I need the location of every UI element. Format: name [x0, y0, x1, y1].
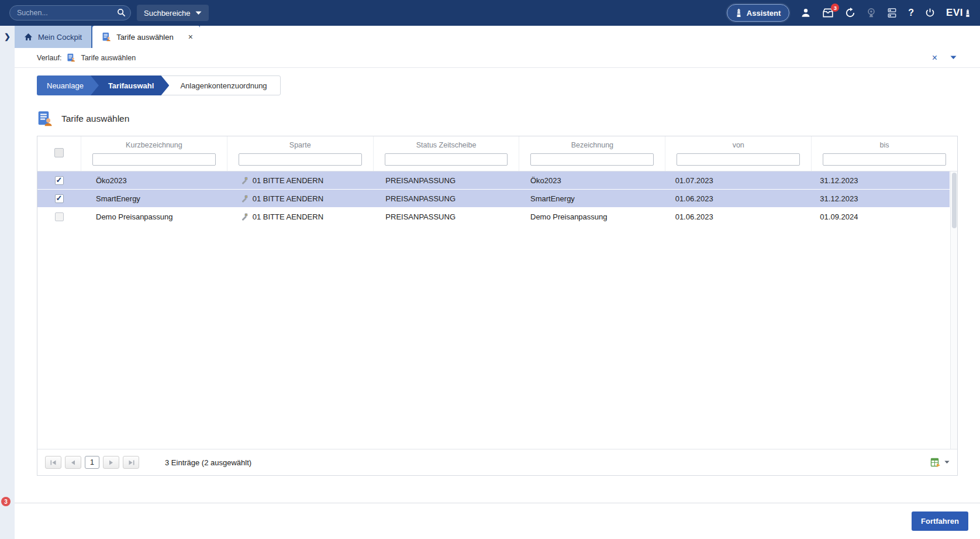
- filter-status-zeitscheibe-input[interactable]: [385, 153, 508, 166]
- table-body: Öko2023 01 BITTE AENDERN PREISANPASSUNG …: [37, 171, 957, 449]
- cell-kurzbezeichnung: SmartEnergy: [81, 194, 226, 203]
- notification-badge[interactable]: 3: [1, 497, 11, 506]
- logout-button[interactable]: [925, 8, 935, 18]
- search-scope-button[interactable]: Suchbereiche: [137, 5, 209, 21]
- table-row[interactable]: SmartEnergy 01 BITTE AENDERN PREISANPASS…: [37, 190, 950, 208]
- tab-tarife-auswaehlen[interactable]: Tarife auswählen ×: [92, 26, 200, 48]
- table-row[interactable]: Demo Preisanpassung 01 BITTE AENDERN PRE…: [37, 208, 950, 226]
- row-checkbox-cell: [37, 176, 81, 185]
- history-controls: ×: [932, 53, 957, 63]
- column-label[interactable]: bis: [812, 140, 957, 150]
- step-label: Neuanlage: [47, 81, 84, 90]
- webcam-button[interactable]: [867, 8, 876, 18]
- search-icon[interactable]: [117, 8, 126, 17]
- user-button[interactable]: [800, 8, 811, 18]
- history-label: Verlauf:: [37, 54, 61, 62]
- cell-von: 01.06.2023: [660, 212, 805, 221]
- top-bar-actions: Assistent 3: [727, 4, 971, 22]
- column-label[interactable]: von: [665, 140, 811, 150]
- entries-summary: 3 Einträge (2 ausgewählt): [165, 458, 251, 467]
- cell-bezeichnung: Öko2023: [515, 176, 660, 185]
- server-icon: [887, 8, 897, 18]
- column-label[interactable]: Status Zeitscheibe: [374, 140, 519, 150]
- history-current-item[interactable]: Tarife auswählen: [81, 54, 136, 62]
- table-row[interactable]: Öko2023 01 BITTE AENDERN PREISANPASSUNG …: [37, 171, 950, 190]
- assistant-label: Assistent: [747, 9, 781, 18]
- help-button[interactable]: ?: [908, 8, 914, 18]
- tab-close-icon[interactable]: ×: [188, 33, 193, 41]
- next-page-icon: [109, 460, 113, 465]
- search-input[interactable]: [9, 5, 131, 20]
- redo-button[interactable]: [845, 8, 855, 18]
- cell-bis: 31.12.2023: [805, 176, 950, 185]
- filter-bis-input[interactable]: [823, 153, 946, 166]
- main-area: ❯ 3 Mein Cockpit: [0, 26, 980, 539]
- column-label[interactable]: Bezeichnung: [519, 140, 665, 150]
- filter-bezeichnung-input[interactable]: [530, 153, 654, 166]
- last-page-icon: [128, 460, 134, 465]
- column-label[interactable]: Sparte: [227, 140, 373, 150]
- step-label: Anlagenkontenzuordnung: [180, 81, 267, 90]
- table-header: Kurzbezeichnung Sparte Status Zeitscheib…: [37, 136, 957, 171]
- row-checkbox[interactable]: [55, 176, 64, 185]
- continue-button[interactable]: Fortfahren: [912, 511, 968, 531]
- page-title: Tarife auswählen: [61, 114, 129, 124]
- row-checkbox[interactable]: [55, 212, 64, 221]
- home-icon: [24, 33, 33, 41]
- wizard-step-neuanlage[interactable]: Neuanlage: [37, 75, 99, 95]
- column-label[interactable]: Kurzbezeichnung: [81, 140, 227, 150]
- wizard-step-anlagenkontenzuordnung[interactable]: Anlagenkontenzuordnung: [161, 75, 280, 95]
- cell-von: 01.07.2023: [660, 176, 805, 185]
- column-bezeichnung: Bezeichnung: [519, 136, 665, 171]
- sparte-icon: [241, 177, 248, 184]
- inbox-button[interactable]: 3: [822, 8, 834, 18]
- export-table-icon: [930, 457, 941, 468]
- table-scrollbar[interactable]: [950, 171, 957, 449]
- assistant-button[interactable]: Assistent: [727, 4, 790, 22]
- sparte-icon: [241, 213, 248, 221]
- filter-von-input[interactable]: [677, 153, 800, 166]
- column-kurzbezeichnung: Kurzbezeichnung: [81, 136, 227, 171]
- expand-sidebar-button[interactable]: ❯: [0, 26, 15, 41]
- wizard-step-tarifauswahl[interactable]: Tarifauswahl: [91, 75, 170, 95]
- first-page-button[interactable]: [45, 456, 61, 469]
- cell-sparte: 01 BITTE AENDERN: [226, 194, 371, 203]
- inbox-badge: 3: [831, 4, 839, 12]
- power-icon: [925, 8, 935, 18]
- cell-kurzbezeichnung: Demo Preisanpassung: [81, 212, 226, 221]
- current-page-box[interactable]: 1: [85, 456, 99, 469]
- column-von: von: [665, 136, 811, 171]
- sparte-label: 01 BITTE AENDERN: [253, 212, 323, 221]
- prev-page-icon: [71, 460, 75, 465]
- history-close-icon[interactable]: ×: [932, 53, 937, 63]
- filter-sparte-input[interactable]: [239, 153, 362, 166]
- cell-status-zeitscheibe: PREISANPASSUNG: [370, 176, 515, 185]
- bottom-action-bar: Fortfahren: [15, 503, 980, 539]
- cell-kurzbezeichnung: Öko2023: [81, 176, 226, 185]
- tariff-document-icon: [67, 53, 75, 62]
- select-all-checkbox[interactable]: [54, 148, 64, 157]
- last-page-button[interactable]: [123, 456, 139, 469]
- filter-kurzbezeichnung-input[interactable]: [92, 153, 216, 166]
- sparte-label: 01 BITTE AENDERN: [253, 176, 323, 185]
- row-checkbox[interactable]: [55, 194, 64, 203]
- prev-page-button[interactable]: [65, 456, 81, 469]
- next-page-button[interactable]: [103, 456, 119, 469]
- cell-bis: 31.12.2023: [805, 194, 950, 203]
- server-button[interactable]: [887, 8, 897, 18]
- cell-sparte: 01 BITTE AENDERN: [226, 212, 371, 221]
- tab-mein-cockpit[interactable]: Mein Cockpit: [15, 26, 91, 48]
- tab-strip: Mein Cockpit Tarife auswählen ×: [15, 26, 980, 48]
- step-label: Tarifauswahl: [108, 81, 154, 90]
- cell-status-zeitscheibe: PREISANPASSUNG: [370, 212, 515, 221]
- scrollbar-thumb[interactable]: [952, 173, 957, 228]
- cell-bezeichnung: SmartEnergy: [515, 194, 660, 203]
- row-checkbox-cell: [37, 212, 81, 221]
- column-bis: bis: [811, 136, 957, 171]
- lighthouse-icon: [736, 8, 742, 18]
- cell-bis: 01.09.2024: [805, 212, 950, 221]
- history-dropdown-icon[interactable]: [950, 56, 957, 60]
- search-scope-label: Suchbereiche: [144, 9, 191, 18]
- export-control[interactable]: [930, 457, 950, 468]
- export-dropdown-icon[interactable]: [944, 461, 950, 464]
